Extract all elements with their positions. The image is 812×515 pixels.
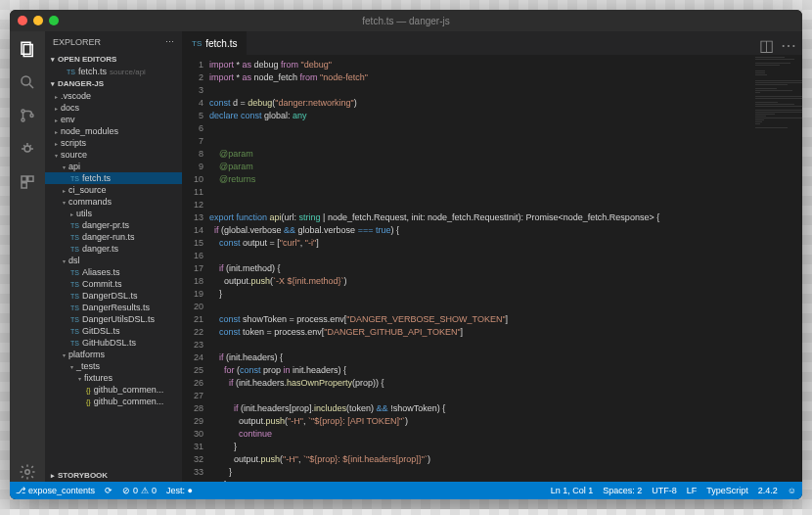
status-branch[interactable]: ⎇ expose_contents xyxy=(16,486,95,495)
status-eol[interactable]: LF xyxy=(687,486,698,495)
folder-item[interactable]: scripts xyxy=(45,137,182,149)
folder-item[interactable]: .vscode xyxy=(45,90,182,102)
explorer-icon[interactable] xyxy=(18,39,37,59)
status-feedback[interactable]: ☺ xyxy=(788,486,796,495)
folder-item[interactable]: _tests xyxy=(45,360,182,372)
file-item[interactable]: {} github_commen... xyxy=(45,384,182,396)
file-tree: .vscodedocsenvnode_modulesscriptssourcea… xyxy=(45,90,182,469)
folder-item[interactable]: source xyxy=(45,149,182,161)
open-editors-section[interactable]: OPEN EDITORS xyxy=(45,53,182,66)
file-item[interactable]: TS GitHubDSL.ts xyxy=(45,337,182,349)
editor-area: TS fetch.ts ◫ ⋯ 123456789101112131415161… xyxy=(182,31,802,482)
extensions-icon[interactable] xyxy=(18,172,37,192)
sidebar-header: EXPLORER ⋯ xyxy=(45,31,182,53)
status-version[interactable]: 2.4.2 xyxy=(758,486,778,495)
svg-rect-13 xyxy=(22,176,26,181)
sidebar-title: EXPLORER xyxy=(53,37,101,47)
status-position[interactable]: Ln 1, Col 1 xyxy=(551,486,594,495)
file-item[interactable]: TS fetch.ts xyxy=(45,172,182,184)
maximize-window[interactable] xyxy=(49,16,59,25)
open-editors-list: TS fetch.ts source/api xyxy=(45,66,182,77)
file-item[interactable]: {} github_commen... xyxy=(45,396,182,407)
sidebar: EXPLORER ⋯ OPEN EDITORS TS fetch.ts sour… xyxy=(45,31,182,482)
file-item[interactable]: TS Commit.ts xyxy=(45,278,182,290)
file-item[interactable]: TS danger-run.ts xyxy=(45,231,182,243)
folder-item[interactable]: commands xyxy=(45,196,182,208)
minimap[interactable] xyxy=(753,55,802,482)
status-bar: ⎇ expose_contents ⟳ ⊘ 0 ⚠ 0 Jest: ● Ln 1… xyxy=(10,482,802,499)
folder-item[interactable]: docs xyxy=(45,102,182,114)
ts-file-icon: TS xyxy=(192,39,202,48)
svg-point-2 xyxy=(22,76,30,85)
svg-line-12 xyxy=(29,145,31,147)
line-numbers: 1234567891011121314151617181920212223242… xyxy=(182,55,209,482)
svg-rect-14 xyxy=(28,176,33,181)
status-lang[interactable]: TypeScript xyxy=(706,486,748,495)
svg-point-6 xyxy=(30,115,33,117)
file-item[interactable]: TS DangerUtilsDSL.ts xyxy=(45,313,182,325)
titlebar: fetch.ts — danger-js xyxy=(10,10,802,31)
tab-label: fetch.ts xyxy=(205,38,237,49)
svg-point-16 xyxy=(25,470,30,475)
folder-item[interactable]: ci_source xyxy=(45,184,182,196)
status-sync[interactable]: ⟳ xyxy=(105,486,113,495)
source-control-icon[interactable] xyxy=(18,106,37,125)
window-title: fetch.ts — danger-js xyxy=(362,16,449,26)
svg-point-7 xyxy=(24,146,30,152)
folder-item[interactable]: utils xyxy=(45,208,182,219)
minimize-window[interactable] xyxy=(33,16,43,25)
folder-item[interactable]: fixtures xyxy=(45,372,182,384)
project-section[interactable]: DANGER-JS xyxy=(45,77,182,90)
svg-line-11 xyxy=(23,145,25,147)
code-content[interactable]: import * as debug from "debug"import * a… xyxy=(209,55,753,482)
sidebar-more-icon[interactable]: ⋯ xyxy=(165,37,174,47)
folder-item[interactable]: env xyxy=(45,114,182,125)
svg-point-4 xyxy=(22,110,24,113)
svg-point-5 xyxy=(22,118,24,121)
vscode-window: fetch.ts — danger-js EXPLORER ⋯ OPEN EDI… xyxy=(10,10,802,499)
folder-item[interactable]: node_modules xyxy=(45,125,182,137)
status-jest[interactable]: Jest: ● xyxy=(166,486,193,495)
close-window[interactable] xyxy=(18,16,27,25)
folder-item[interactable]: api xyxy=(45,161,182,172)
file-item[interactable]: TS GitDSL.ts xyxy=(45,325,182,337)
traffic-lights xyxy=(18,16,59,25)
file-item[interactable]: TS danger-pr.ts xyxy=(45,219,182,231)
settings-icon[interactable] xyxy=(18,462,37,482)
more-actions-icon[interactable]: ⋯ xyxy=(781,36,794,50)
file-item[interactable]: TS DangerDSL.ts xyxy=(45,290,182,302)
editor-actions: ◫ ⋯ xyxy=(759,36,802,50)
status-problems[interactable]: ⊘ 0 ⚠ 0 xyxy=(122,486,157,495)
folder-item[interactable]: dsl xyxy=(45,255,182,266)
main-layout: EXPLORER ⋯ OPEN EDITORS TS fetch.ts sour… xyxy=(10,31,802,482)
status-encoding[interactable]: UTF-8 xyxy=(652,486,677,495)
split-editor-icon[interactable]: ◫ xyxy=(759,36,773,50)
activity-bar xyxy=(10,31,45,482)
status-spaces[interactable]: Spaces: 2 xyxy=(603,486,642,495)
code-editor[interactable]: 1234567891011121314151617181920212223242… xyxy=(182,55,802,482)
svg-line-3 xyxy=(29,84,33,88)
open-editor-item[interactable]: TS fetch.ts source/api xyxy=(45,66,182,77)
tab-fetch[interactable]: TS fetch.ts xyxy=(182,31,247,55)
search-icon[interactable] xyxy=(18,72,37,92)
file-item[interactable]: TS danger.ts xyxy=(45,243,182,255)
tab-bar: TS fetch.ts ◫ ⋯ xyxy=(182,31,802,55)
svg-rect-15 xyxy=(22,183,26,188)
storybook-section[interactable]: STORYBOOK xyxy=(45,469,182,482)
file-item[interactable]: TS Aliases.ts xyxy=(45,266,182,278)
file-item[interactable]: TS DangerResults.ts xyxy=(45,302,182,313)
debug-icon[interactable] xyxy=(18,139,37,159)
folder-item[interactable]: platforms xyxy=(45,349,182,360)
